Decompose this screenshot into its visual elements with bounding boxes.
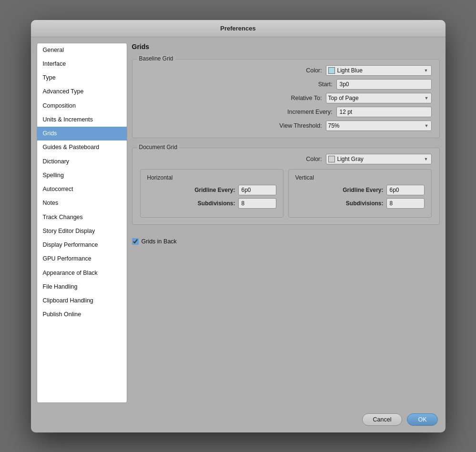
sidebar-item-appearance-of-black[interactable]: Appearance of Black [37, 266, 127, 280]
v-gridline-input[interactable] [386, 185, 425, 195]
sidebar-item-units-increments[interactable]: Units & Increments [37, 113, 127, 127]
sidebar-item-interface[interactable]: Interface [37, 57, 127, 71]
grids-in-back-checkbox[interactable] [132, 238, 139, 245]
sidebar-item-publish-online[interactable]: Publish Online [37, 308, 127, 321]
sidebar-item-story-editor-display[interactable]: Story Editor Display [37, 224, 127, 238]
baseline-grid-legend: Baseline Grid [137, 55, 175, 62]
dialog-title: Preferences [31, 20, 446, 37]
baseline-relative-wrapper: Top of Page Top of Margin [326, 93, 432, 103]
sidebar-item-track-changes[interactable]: Track Changes [37, 211, 127, 224]
baseline-threshold-select[interactable]: 50% 75% 100% [326, 121, 432, 131]
section-title: Grids [132, 43, 440, 50]
baseline-threshold-row: View Threshold: 50% 75% 100% [140, 121, 432, 131]
h-subdivisions-label: Subdivisions: [198, 200, 235, 207]
h-gridline-label: Gridline Every: [194, 187, 235, 193]
sidebar: GeneralInterfaceTypeAdvanced TypeComposi… [37, 43, 127, 403]
cancel-button[interactable]: Cancel [362, 413, 403, 426]
v-subdivisions-label: Subdivisions: [346, 200, 384, 207]
baseline-start-input[interactable] [336, 79, 432, 90]
sidebar-item-clipboard-handling[interactable]: Clipboard Handling [37, 294, 127, 308]
baseline-increment-input[interactable] [336, 107, 432, 117]
grids-in-back-label[interactable]: Grids in Back [142, 238, 177, 245]
baseline-color-row: Color: Light Blue [140, 65, 432, 76]
main-content: Grids Baseline Grid Color: Light Blue St… [132, 43, 440, 403]
doc-color-select[interactable]: Light Gray [326, 154, 432, 164]
sidebar-item-grids[interactable]: Grids [37, 127, 127, 141]
sidebar-item-spelling[interactable]: Spelling [37, 169, 127, 182]
doc-grid-sections: Horizontal Gridline Every: Subdivisions:… [140, 169, 432, 218]
h-subdivisions-input[interactable] [238, 198, 276, 209]
sidebar-item-autocorrect[interactable]: Autocorrect [37, 182, 127, 196]
baseline-color-label: Color: [306, 67, 322, 74]
v-gridline-row: Gridline Every: [295, 185, 425, 195]
vertical-section: Vertical Gridline Every: Subdivisions: [288, 169, 432, 218]
baseline-color-value: Light Blue [337, 67, 363, 74]
sidebar-item-type[interactable]: Type [37, 71, 127, 85]
baseline-start-label: Start: [318, 81, 333, 88]
baseline-relative-label: Relative To: [291, 95, 322, 101]
baseline-relative-row: Relative To: Top of Page Top of Margin [140, 93, 432, 103]
sidebar-item-general[interactable]: General [37, 43, 127, 57]
sidebar-item-guides-pasteboard[interactable]: Guides & Pasteboard [37, 141, 127, 154]
h-gridline-input[interactable] [238, 185, 276, 195]
baseline-increment-label: Increment Every: [287, 109, 332, 115]
doc-color-swatch [328, 156, 335, 162]
baseline-color-swatch [328, 67, 335, 74]
baseline-color-select[interactable]: Light Blue [326, 65, 432, 76]
baseline-threshold-label: View Threshold: [279, 122, 322, 129]
v-subdivisions-row: Subdivisions: [295, 198, 425, 209]
sidebar-item-file-handling[interactable]: File Handling [37, 280, 127, 294]
baseline-threshold-wrapper: 50% 75% 100% [326, 121, 432, 131]
baseline-start-row: Start: [140, 79, 432, 90]
horizontal-title: Horizontal [147, 174, 276, 181]
title-text: Preferences [220, 25, 255, 32]
v-gridline-label: Gridline Every: [343, 187, 383, 193]
grids-in-back-row: Grids in Back [132, 238, 440, 245]
ok-button[interactable]: OK [407, 413, 437, 426]
sidebar-item-advanced-type[interactable]: Advanced Type [37, 85, 127, 99]
sidebar-item-gpu-performance[interactable]: GPU Performance [37, 252, 127, 266]
dialog-body: GeneralInterfaceTypeAdvanced TypeComposi… [31, 37, 446, 409]
preferences-dialog: Preferences GeneralInterfaceTypeAdvanced… [31, 20, 446, 432]
doc-color-row: Color: Light Gray [140, 154, 432, 164]
baseline-relative-select[interactable]: Top of Page Top of Margin [326, 93, 432, 103]
sidebar-item-notes[interactable]: Notes [37, 196, 127, 210]
baseline-increment-row: Increment Every: [140, 107, 432, 117]
vertical-title: Vertical [295, 174, 425, 181]
baseline-grid-panel: Baseline Grid Color: Light Blue Start: R… [132, 59, 440, 138]
sidebar-item-composition[interactable]: Composition [37, 99, 127, 113]
v-subdivisions-input[interactable] [386, 198, 425, 209]
dialog-footer: Cancel OK [31, 409, 446, 432]
document-grid-panel: Document Grid Color: Light Gray Horizont… [132, 148, 440, 225]
doc-color-value: Light Gray [337, 156, 364, 162]
sidebar-item-dictionary[interactable]: Dictionary [37, 155, 127, 169]
h-subdivisions-row: Subdivisions: [147, 198, 276, 209]
horizontal-section: Horizontal Gridline Every: Subdivisions: [140, 169, 284, 218]
document-grid-legend: Document Grid [137, 144, 180, 151]
h-gridline-row: Gridline Every: [147, 185, 276, 195]
doc-color-label: Color: [306, 156, 322, 162]
sidebar-item-display-performance[interactable]: Display Performance [37, 238, 127, 252]
